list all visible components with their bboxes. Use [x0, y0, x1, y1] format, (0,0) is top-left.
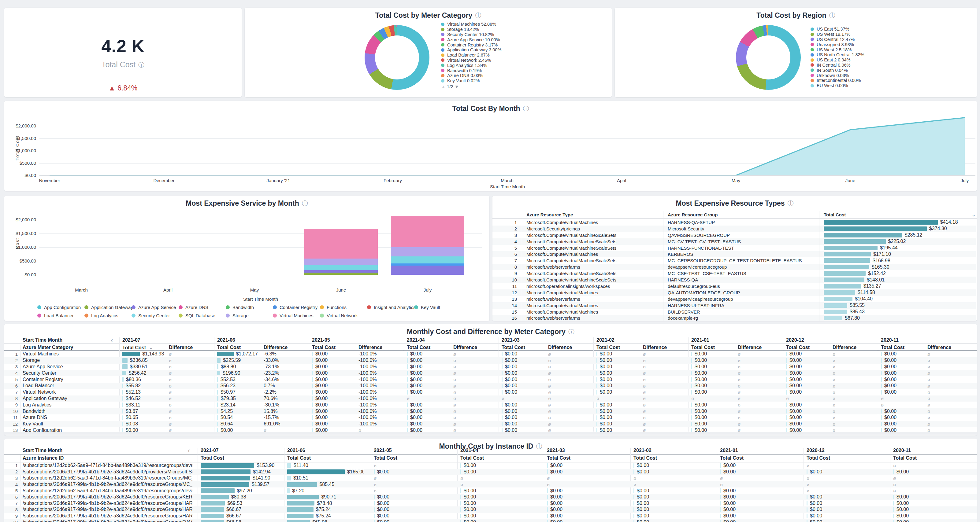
legend-item[interactable]: Load Balancer	[37, 311, 84, 320]
legend-item[interactable]: Azure DNS	[179, 303, 226, 311]
page-down-icon[interactable]: ▼	[455, 84, 459, 89]
bar-segment-container-registry[interactable]	[391, 263, 464, 266]
scroll-left-icon[interactable]: ‹	[111, 337, 113, 344]
table-row[interactable]: 7/subscriptions/20d6a917-99fa-4b1b-9b2e-…	[4, 500, 977, 507]
legend-item[interactable]: US West 19.17%	[811, 32, 864, 37]
legend-item[interactable]: Log Analytics 1.34%	[441, 63, 501, 68]
area-chart[interactable]	[40, 114, 975, 175]
month-header[interactable]: 2021-04	[460, 448, 478, 453]
table-row[interactable]: 3/subscriptions/12d2db62-5aa9-471d-84bb-…	[4, 475, 977, 481]
legend-item[interactable]: Bandwidth	[226, 303, 273, 311]
table-row[interactable]: 7Microsoft.Compute/virtualMachineScaleSe…	[492, 257, 976, 264]
table-row[interactable]: 1Microsoft.Compute/virtualMachinesHARNES…	[492, 219, 976, 225]
table-row[interactable]: 4Security Center$256.42ø$196.90-23.2%$0.…	[4, 370, 977, 376]
table-row[interactable]: 10/subscriptions/20d6a917-99fa-4b1b-9b2e…	[4, 519, 977, 522]
info-icon[interactable]: ⓘ	[138, 61, 144, 69]
table-row[interactable]: 8/subscriptions/20d6a917-99fa-4b1b-9b2e-…	[4, 506, 977, 513]
column-header-difference[interactable]: Difference	[738, 345, 762, 350]
column-header-total-cost[interactable]: Total Cost	[287, 455, 311, 461]
legend-item[interactable]: Load Balancer 2.67%	[441, 52, 501, 58]
table-row[interactable]: 16microsoft.web/serverfarmsdocexample-rg…	[492, 315, 976, 321]
table-row[interactable]: 9Microsoft.Compute/virtualMachineScaleSe…	[492, 270, 976, 276]
table-row[interactable]: 8microsoft.web/serverfarmsdevappservicer…	[492, 264, 976, 270]
column-header-total-cost[interactable]: Total Cost	[502, 345, 525, 350]
legend-item[interactable]: US West 2 5.18%	[811, 47, 864, 52]
row-dimension-header[interactable]: Azure Meter Category	[22, 345, 73, 350]
month-header[interactable]: 2021-01	[720, 448, 738, 453]
legend-item[interactable]: Key Vault	[414, 303, 461, 311]
legend-item[interactable]: Virtual Machines	[273, 311, 320, 320]
column-header-difference[interactable]: Difference	[928, 345, 951, 350]
table-row[interactable]: 15Microsoft.Compute/virtualMachinesBUILD…	[492, 309, 976, 315]
info-icon[interactable]: ⓘ	[536, 442, 542, 451]
column-header-difference[interactable]: Difference	[169, 345, 193, 350]
table-row[interactable]: 6Microsoft.Compute/virtualMachinesKERBER…	[492, 251, 976, 258]
column-header-total-cost[interactable]: Total Cost	[807, 455, 830, 461]
legend-item[interactable]: Application Gateway 3.00%	[441, 48, 501, 52]
legend-item[interactable]: Bandwidth 0.19%	[441, 68, 501, 73]
info-icon[interactable]: ⓘ	[829, 11, 835, 19]
legend-item[interactable]: IN Central 0.06%	[811, 63, 864, 68]
table-row[interactable]: 1/subscriptions/12d2db62-5aa9-471d-84bb-…	[4, 462, 977, 469]
month-header[interactable]: 2021-01	[691, 337, 709, 343]
bar-segment-storage[interactable]	[304, 259, 378, 265]
column-header-difference[interactable]: Difference	[832, 345, 856, 350]
row-dimension-header[interactable]: Azure Instance ID	[22, 455, 64, 461]
table-row[interactable]: 9/subscriptions/20d6a917-99fa-4b1b-9b2e-…	[4, 513, 977, 519]
table-row[interactable]: 2Storage$336.85ø$225.59-33.0%$0.00-100.0…	[4, 357, 977, 364]
table-row[interactable]: 5Container Registry$80.36ø$52.53-34.6%$0…	[4, 376, 977, 382]
meter-category-donut-chart[interactable]	[364, 25, 430, 90]
month-header[interactable]: 2021-06	[287, 448, 305, 453]
column-header-difference[interactable]: Difference	[453, 345, 477, 350]
total-cost-area-series[interactable]	[40, 114, 975, 175]
column-header-difference[interactable]: Difference	[264, 345, 288, 350]
bar-segment-storage[interactable]	[391, 247, 464, 256]
table-row[interactable]: 11microsoft.operationalinsights/workspac…	[492, 283, 976, 289]
bar-segment-security-center[interactable]	[391, 256, 464, 263]
info-icon[interactable]: ⓘ	[475, 11, 481, 19]
bar-segment-azure-app-service[interactable]	[391, 266, 464, 275]
bar-segment-application-gateway[interactable]	[304, 273, 378, 275]
month-header[interactable]: 2021-04	[407, 337, 425, 343]
column-header-total-cost[interactable]: Total Cost	[597, 345, 620, 350]
bar-segment-virtual-machines[interactable]	[304, 229, 378, 258]
horizontal-scrollbar[interactable]	[4, 432, 977, 435]
legend-item[interactable]: US East 2 0.94%	[811, 57, 864, 63]
legend-item[interactable]: Virtual Network	[320, 311, 367, 320]
column-header-total-cost[interactable]: Total Cost⌄	[819, 211, 976, 218]
legend-item[interactable]: US Central 12.47%	[811, 37, 864, 42]
legend-item[interactable]: EU West 0.00%	[811, 83, 864, 88]
legend-item[interactable]: Functions	[320, 303, 367, 311]
month-header[interactable]: 2021-02	[597, 337, 614, 343]
legend-item[interactable]: Virtual Machines 52.88%	[441, 22, 501, 27]
sort-caret-icon[interactable]: ⌄	[972, 212, 976, 217]
month-header[interactable]: 2021-05	[312, 337, 330, 343]
legend-item[interactable]: Security Center 10.82%	[441, 32, 501, 37]
month-header[interactable]: 2021-06	[217, 337, 235, 343]
column-header-total-cost[interactable]: Total Cost	[374, 455, 397, 461]
month-header[interactable]: 2021-03	[502, 337, 520, 343]
table-row[interactable]: 12Key Vault$0.08ø$0.64691.0%$0.00-100.0%…	[4, 421, 977, 427]
month-header[interactable]: 2020-11	[881, 337, 899, 343]
column-header-total-cost[interactable]: Total Cost	[893, 455, 917, 461]
month-header[interactable]: 2021-05	[374, 448, 392, 453]
column-header-total-cost[interactable]: Total Cost	[312, 345, 336, 350]
table-row[interactable]: 13microsoft.web/serverfarmsdevappservice…	[492, 296, 976, 302]
column-header-total-cost[interactable]: Total Cost	[691, 345, 715, 350]
table-row[interactable]: 5/subscriptions/12d2db62-5aa9-471d-84bb-…	[4, 487, 977, 494]
column-header-difference[interactable]: Difference	[358, 345, 382, 350]
table-row[interactable]: 11Azure DNS$0.65ø$0.54-15.7%$0.00-100.0%…	[4, 414, 977, 421]
bar-segment-security-center[interactable]	[304, 265, 378, 270]
legend-item[interactable]: US North Central 1.82%	[811, 52, 864, 57]
legend-item[interactable]: IN South 0.04%	[811, 68, 864, 73]
legend-item[interactable]: Storage	[226, 311, 273, 320]
table-row[interactable]: 2/subscriptions/20d6a917-99fa-4b1b-9b2e-…	[4, 469, 977, 475]
info-icon[interactable]: ⓘ	[523, 105, 529, 113]
table-row[interactable]: 6/subscriptions/20d6a917-99fa-4b1b-9b2e-…	[4, 494, 977, 500]
legend-item[interactable]: Azure App Service	[132, 303, 179, 311]
table-row[interactable]: 9Log Analytics$33.11ø$23.14-30.1%$0.00-1…	[4, 401, 977, 408]
column-header-resource-type[interactable]: Azure Resource Type	[522, 211, 663, 218]
legend-item[interactable]: Container Registry 3.17%	[441, 42, 501, 48]
column-header-difference[interactable]: Difference	[548, 345, 572, 350]
table-row[interactable]: 6Load Balancer$55.82ø$56.230.7%$0.00-100…	[4, 382, 977, 389]
